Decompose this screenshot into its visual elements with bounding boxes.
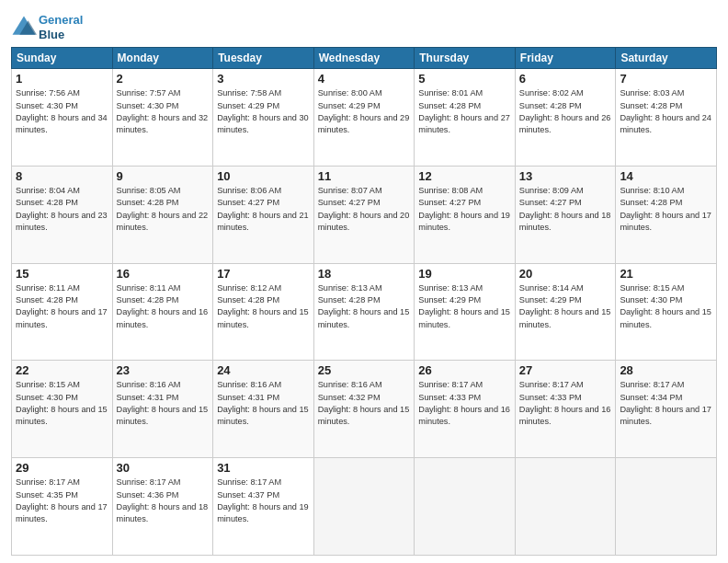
calendar-cell: 8 Sunrise: 8:04 AMSunset: 4:28 PMDayligh… — [12, 166, 113, 263]
day-info: Sunrise: 8:16 AMSunset: 4:31 PMDaylight:… — [117, 379, 210, 428]
day-info: Sunrise: 8:17 AMSunset: 4:36 PMDaylight:… — [117, 477, 210, 525]
col-header-thursday: Thursday — [415, 48, 516, 69]
calendar-cell: 23 Sunrise: 8:16 AMSunset: 4:31 PMDaylig… — [112, 361, 213, 458]
day-number: 4 — [318, 72, 411, 86]
day-info: Sunrise: 8:17 AMSunset: 4:37 PMDaylight:… — [217, 477, 310, 525]
calendar-cell: 13 Sunrise: 8:09 AMSunset: 4:27 PMDaylig… — [515, 166, 616, 263]
day-info: Sunrise: 8:07 AMSunset: 4:27 PMDaylight:… — [318, 185, 411, 234]
calendar-cell — [515, 458, 616, 556]
calendar-cell: 18 Sunrise: 8:13 AMSunset: 4:28 PMDaylig… — [313, 263, 415, 361]
calendar-week-1: 1 Sunrise: 7:56 AMSunset: 4:30 PMDayligh… — [12, 69, 717, 167]
day-number: 14 — [620, 169, 712, 183]
day-info: Sunrise: 8:13 AMSunset: 4:29 PMDaylight:… — [418, 282, 511, 331]
day-info: Sunrise: 8:17 AMSunset: 4:33 PMDaylight:… — [519, 379, 612, 428]
day-info: Sunrise: 8:12 AMSunset: 4:28 PMDaylight:… — [217, 282, 310, 331]
calendar-cell: 16 Sunrise: 8:11 AMSunset: 4:28 PMDaylig… — [112, 263, 213, 361]
day-number: 1 — [16, 72, 108, 86]
calendar-cell — [415, 458, 516, 556]
day-number: 31 — [217, 461, 310, 475]
day-number: 2 — [117, 72, 210, 86]
day-number: 25 — [318, 363, 411, 377]
calendar-week-3: 15 Sunrise: 8:11 AMSunset: 4:28 PMDaylig… — [12, 263, 717, 361]
calendar-cell: 6 Sunrise: 8:02 AMSunset: 4:28 PMDayligh… — [515, 69, 616, 167]
day-number: 12 — [418, 169, 511, 183]
day-info: Sunrise: 8:03 AMSunset: 4:28 PMDaylight:… — [620, 87, 712, 136]
day-number: 19 — [418, 267, 511, 281]
day-number: 3 — [217, 72, 310, 86]
day-info: Sunrise: 7:58 AMSunset: 4:29 PMDaylight:… — [217, 87, 310, 136]
day-info: Sunrise: 8:02 AMSunset: 4:28 PMDaylight:… — [519, 87, 612, 136]
logo-text-line1: General — [39, 13, 83, 28]
day-number: 15 — [16, 267, 108, 281]
day-info: Sunrise: 7:56 AMSunset: 4:30 PMDaylight:… — [16, 87, 108, 136]
calendar-cell: 24 Sunrise: 8:16 AMSunset: 4:31 PMDaylig… — [213, 361, 314, 458]
calendar-cell: 14 Sunrise: 8:10 AMSunset: 4:28 PMDaylig… — [616, 166, 717, 263]
col-header-wednesday: Wednesday — [313, 48, 415, 69]
day-number: 22 — [16, 363, 108, 377]
col-header-tuesday: Tuesday — [213, 48, 314, 69]
col-header-monday: Monday — [112, 48, 213, 69]
day-info: Sunrise: 8:11 AMSunset: 4:28 PMDaylight:… — [117, 282, 210, 331]
calendar-cell: 28 Sunrise: 8:17 AMSunset: 4:34 PMDaylig… — [616, 361, 717, 458]
calendar-cell — [616, 458, 717, 556]
calendar-cell: 9 Sunrise: 8:05 AMSunset: 4:28 PMDayligh… — [112, 166, 213, 263]
header: General Blue — [11, 9, 717, 41]
day-number: 16 — [117, 267, 210, 281]
day-number: 10 — [217, 169, 310, 183]
calendar-header-row: SundayMondayTuesdayWednesdayThursdayFrid… — [12, 48, 717, 69]
day-number: 24 — [217, 363, 310, 377]
day-number: 18 — [318, 267, 411, 281]
calendar-cell: 29 Sunrise: 8:17 AMSunset: 4:35 PMDaylig… — [12, 458, 113, 556]
calendar-cell: 1 Sunrise: 7:56 AMSunset: 4:30 PMDayligh… — [12, 69, 113, 167]
day-number: 11 — [318, 169, 411, 183]
calendar-week-5: 29 Sunrise: 8:17 AMSunset: 4:35 PMDaylig… — [12, 458, 717, 556]
calendar-cell: 22 Sunrise: 8:15 AMSunset: 4:30 PMDaylig… — [12, 361, 113, 458]
day-info: Sunrise: 8:08 AMSunset: 4:27 PMDaylight:… — [418, 185, 511, 234]
calendar-week-4: 22 Sunrise: 8:15 AMSunset: 4:30 PMDaylig… — [12, 361, 717, 458]
calendar-cell: 27 Sunrise: 8:17 AMSunset: 4:33 PMDaylig… — [515, 361, 616, 458]
page: General Blue SundayMondayTuesdayWednesda… — [0, 0, 728, 563]
day-number: 27 — [519, 363, 612, 377]
day-number: 17 — [217, 267, 310, 281]
col-header-sunday: Sunday — [12, 48, 113, 69]
col-header-saturday: Saturday — [616, 48, 717, 69]
calendar-cell: 21 Sunrise: 8:15 AMSunset: 4:30 PMDaylig… — [616, 263, 717, 361]
calendar-cell: 2 Sunrise: 7:57 AMSunset: 4:30 PMDayligh… — [112, 69, 213, 167]
calendar-cell: 25 Sunrise: 8:16 AMSunset: 4:32 PMDaylig… — [313, 361, 415, 458]
calendar-cell: 3 Sunrise: 7:58 AMSunset: 4:29 PMDayligh… — [213, 69, 314, 167]
calendar-table: SundayMondayTuesdayWednesdayThursdayFrid… — [11, 47, 717, 556]
day-info: Sunrise: 8:01 AMSunset: 4:28 PMDaylight:… — [418, 87, 511, 136]
col-header-friday: Friday — [515, 48, 616, 69]
calendar-week-2: 8 Sunrise: 8:04 AMSunset: 4:28 PMDayligh… — [12, 166, 717, 263]
day-info: Sunrise: 8:05 AMSunset: 4:28 PMDaylight:… — [117, 185, 210, 234]
calendar-cell — [313, 458, 415, 556]
day-number: 9 — [117, 169, 210, 183]
day-number: 6 — [519, 72, 612, 86]
day-number: 23 — [117, 363, 210, 377]
day-info: Sunrise: 8:17 AMSunset: 4:33 PMDaylight:… — [418, 379, 511, 428]
calendar-cell: 4 Sunrise: 8:00 AMSunset: 4:29 PMDayligh… — [313, 69, 415, 167]
day-number: 7 — [620, 72, 712, 86]
day-info: Sunrise: 8:16 AMSunset: 4:31 PMDaylight:… — [217, 379, 310, 428]
calendar-cell: 30 Sunrise: 8:17 AMSunset: 4:36 PMDaylig… — [112, 458, 213, 556]
calendar-cell: 26 Sunrise: 8:17 AMSunset: 4:33 PMDaylig… — [415, 361, 516, 458]
day-info: Sunrise: 8:17 AMSunset: 4:35 PMDaylight:… — [16, 477, 108, 525]
day-info: Sunrise: 7:57 AMSunset: 4:30 PMDaylight:… — [117, 87, 210, 136]
calendar-cell: 12 Sunrise: 8:08 AMSunset: 4:27 PMDaylig… — [415, 166, 516, 263]
logo-text-line2: Blue — [39, 28, 83, 42]
calendar-cell: 20 Sunrise: 8:14 AMSunset: 4:29 PMDaylig… — [515, 263, 616, 361]
day-info: Sunrise: 8:15 AMSunset: 4:30 PMDaylight:… — [620, 282, 712, 331]
day-number: 30 — [117, 461, 210, 475]
calendar-cell: 31 Sunrise: 8:17 AMSunset: 4:37 PMDaylig… — [213, 458, 314, 556]
day-number: 13 — [519, 169, 612, 183]
day-info: Sunrise: 8:17 AMSunset: 4:34 PMDaylight:… — [620, 379, 712, 428]
calendar-cell: 11 Sunrise: 8:07 AMSunset: 4:27 PMDaylig… — [313, 166, 415, 263]
day-info: Sunrise: 8:16 AMSunset: 4:32 PMDaylight:… — [318, 379, 411, 428]
day-info: Sunrise: 8:13 AMSunset: 4:28 PMDaylight:… — [318, 282, 411, 331]
day-info: Sunrise: 8:15 AMSunset: 4:30 PMDaylight:… — [16, 379, 108, 428]
calendar-cell: 15 Sunrise: 8:11 AMSunset: 4:28 PMDaylig… — [12, 263, 113, 361]
day-number: 20 — [519, 267, 612, 281]
day-number: 8 — [16, 169, 108, 183]
logo-icon — [11, 15, 37, 40]
day-number: 21 — [620, 267, 712, 281]
